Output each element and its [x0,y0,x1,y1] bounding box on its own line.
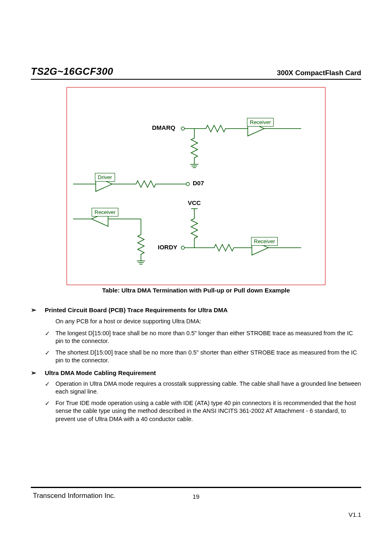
box-receiver-bottom: Receiver [251,237,278,246]
box-driver: Driver [95,173,115,182]
list-item: ✓ The shortest D[15:00] trace shall be n… [45,349,361,365]
label-iordy: IORDY [158,244,178,251]
section-heading: Ultra DMA Mode Cabling Requirement [45,369,156,377]
list-item: ✓ The longest D[15:00] trace shall be no… [45,329,361,345]
check-icon: ✓ [45,329,55,338]
footer-version: V1.1 [348,511,361,518]
list-item-text: The shortest D[15:00] trace shall be no … [55,349,361,365]
list-item: ✓ For True IDE mode operation using a ca… [45,399,361,424]
label-vcc: VCC [188,199,201,206]
label-dmarq: DMARQ [152,124,175,131]
list-item-text: The longest D[15:00] trace shall be no m… [55,329,361,345]
box-receiver-top: Receiver [247,118,274,127]
check-icon: ✓ [45,349,55,357]
label-d07: D07 [193,180,204,187]
list-item-text: Operation in Ultra DMA mode requires a c… [55,380,361,396]
arrow-bullet-icon: ➢ [31,306,45,315]
footer-rule [31,487,361,488]
doc-title-left: TS2G~16GCF300 [31,66,113,77]
check-icon: ✓ [45,380,55,388]
list-item: ✓ Operation in Ultra DMA mode requires a… [45,380,361,396]
section-heading: Printed Circuit Board (PCB) Trace Requir… [45,306,228,314]
section-cabling: ➢ Ultra DMA Mode Cabling Requirement ✓ O… [31,369,361,424]
footer-page-number: 19 [0,493,392,500]
doc-title-right: 300X CompactFlash Card [277,69,361,77]
section-pcb-trace: ➢ Printed Circuit Board (PCB) Trace Requ… [31,306,361,365]
check-icon: ✓ [45,399,55,408]
page-header: TS2G~16GCF300 300X CompactFlash Card [31,66,361,80]
arrow-bullet-icon: ➢ [31,369,45,378]
schematic-figure: DMARQ D07 VCC IORDY Driver Receiver Rece… [67,87,325,285]
list-item-text: For True IDE mode operation using a cabl… [55,399,361,424]
figure-caption: Table: Ultra DMA Termination with Pull-u… [31,287,361,294]
section-intro: On any PCB for a host or device supporti… [55,317,361,326]
schematic-svg [71,96,318,281]
schematic-diagram: DMARQ D07 VCC IORDY Driver Receiver Rece… [71,96,318,281]
box-receiver-left: Receiver [92,208,118,216]
